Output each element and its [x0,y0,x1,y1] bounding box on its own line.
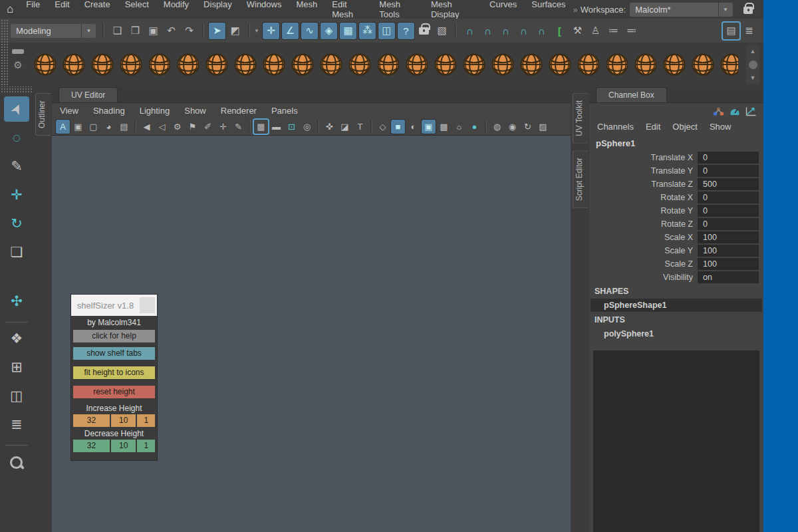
tab-script-editor[interactable]: Script Editor [573,150,588,208]
home-icon[interactable]: ⌂ [7,3,13,16]
attribute-label[interactable]: Rotate Y [589,206,693,215]
textured-cube-icon[interactable]: ▣ [422,120,436,134]
increase-1-button[interactable]: 1 [137,414,155,427]
menu-item[interactable]: Display [196,0,239,19]
polysphere-shelf-button[interactable] [176,53,200,76]
shelf-scrollbar[interactable]: ▲ ▼ [746,45,759,84]
attribute-value-field[interactable]: 0 [698,165,759,177]
character-controls-icon[interactable]: ♙ [587,23,604,39]
wire-cube-icon[interactable]: ◇ [376,120,390,134]
input-node-row[interactable]: polySphere1 [591,327,762,340]
polysphere-shelf-button[interactable] [119,53,143,76]
text-icon[interactable]: T [353,120,367,134]
attribute-label[interactable]: Scale Y [589,246,693,255]
attribute-value-field[interactable]: on [698,271,759,283]
construction-history-icon[interactable]: ⚒ [569,23,586,39]
decrease-10-button[interactable]: 10 [111,440,136,452]
graph-editor-icon[interactable] [745,106,757,116]
menu-item[interactable]: Mesh Display [424,0,482,19]
filmstrip-icon[interactable]: ▬ [269,120,283,134]
attribute-value-field[interactable]: 0 [698,218,759,230]
eraser-icon[interactable]: ✐ [201,120,215,134]
attribute-value-field[interactable]: 500 [698,178,759,190]
camera-icon[interactable]: ◀ [140,120,154,134]
attribute-value-field[interactable]: 100 [698,245,759,257]
menu-item[interactable]: Edit Mesh [325,0,372,19]
scroll-down-icon[interactable]: ▼ [750,74,756,81]
dot-in-rect-icon[interactable]: ⊡ [285,120,299,134]
increase-32-button[interactable]: 32 [73,414,110,427]
image-plane-icon[interactable]: ▨ [536,120,550,134]
tab-uv-toolkit[interactable]: UV Toolkit [573,93,588,144]
attribute-value-field[interactable]: 100 [698,231,759,243]
speed-gauge-icon[interactable] [730,106,740,116]
new-scene-icon[interactable]: ❏ [109,23,126,39]
soft-select-icon[interactable]: ⁂ [359,23,376,39]
scale-tool[interactable]: ❏ [4,239,29,265]
polysphere-shelf-button[interactable] [605,53,629,76]
channel-box-toggle-icon[interactable]: ▤ [723,23,739,39]
polysphere-shelf-button[interactable] [62,53,86,76]
lock-selection-icon[interactable] [416,23,432,39]
reset-height-button[interactable]: reset height [73,386,155,398]
layer-editor-icon[interactable]: ≣ [741,23,757,39]
channel-box-menu-item[interactable]: Show [710,122,732,132]
menu-item[interactable]: Surfaces [524,0,573,19]
channel-box-menu-item[interactable]: Object [672,122,698,132]
polysphere-shelf-button[interactable] [519,53,543,76]
uv-shell-icon[interactable]: ▢ [86,120,100,134]
dim-image-icon[interactable]: ◎ [300,120,314,134]
polysphere-shelf-button[interactable] [634,53,658,76]
attribute-label[interactable]: Visibility [589,273,693,282]
rotate-tool[interactable]: ↻ [4,211,29,236]
menu-item[interactable]: Create [77,0,118,19]
menu-item[interactable]: Mesh [289,0,325,19]
channel-box-menu-item[interactable]: Channels [597,122,634,132]
polysphere-shelf-button[interactable] [376,53,400,76]
lasso-tool[interactable]: ◌ [4,125,29,150]
shelfsizer-titlebar[interactable]: shelfSizer v1.8 [71,295,157,316]
pencil-icon[interactable]: ✎ [231,120,245,134]
shelf-grip[interactable] [0,43,8,86]
snap-to-projected-center-icon[interactable]: ∩ [515,23,532,39]
checker-icon[interactable]: ▩ [437,120,451,134]
list-outputs-icon[interactable]: ≕ [623,23,640,39]
polysphere-shelf-button[interactable] [720,53,738,76]
camera-settings-icon[interactable]: ⚙ [170,120,184,134]
light-icon[interactable]: ☼ [452,120,466,134]
polysphere-shelf-button[interactable] [691,53,715,76]
menu-item[interactable]: Modify [156,0,196,19]
open-scene-icon[interactable]: ❒ [127,23,144,39]
outliner-layout-icon[interactable]: ≣ [4,412,29,437]
chevron-down-icon[interactable]: ▼ [254,28,262,34]
move-uv-icon[interactable]: ✛ [216,120,230,134]
scroll-knob[interactable] [749,61,757,69]
snap-to-point-icon[interactable]: ∩ [497,23,514,39]
lock-workspace-icon[interactable] [743,7,753,14]
uv-images-icon[interactable]: ▤ [117,120,131,134]
show-shelf-tabs-button[interactable]: show shelf tabs [73,347,155,360]
polysphere-shelf-button[interactable] [262,53,286,76]
uv-border-icon[interactable]: ▣ [71,120,85,134]
toolbar-grip[interactable] [0,19,8,43]
channel-box-menu-item[interactable]: Edit [646,122,660,132]
workspace-dropdown[interactable]: Malcolm* ▼ [630,3,732,17]
menu-item[interactable]: Select [118,0,156,19]
refresh-ring-icon[interactable]: ↻ [521,120,535,134]
polysphere-shelf-button[interactable] [291,53,315,76]
polysphere-shelf-button[interactable] [319,53,343,76]
select-component-icon[interactable]: ◩ [227,23,243,39]
snap-to-view-plane-icon[interactable]: ∩ [533,23,550,39]
custom-pivot-icon[interactable]: ✣ [4,289,29,314]
two-pane-layout-icon[interactable]: ◫ [4,383,29,408]
menu-item[interactable]: Edit [47,0,76,19]
multi-cut-icon[interactable]: ✛ [263,23,279,39]
polysphere-shelf-button[interactable] [205,53,229,76]
help-icon[interactable]: ? [398,23,414,39]
attribute-value-field[interactable]: 100 [698,258,759,270]
attribute-label[interactable]: Translate Y [589,166,693,176]
uv-menu-item[interactable]: View [60,106,78,116]
uv-distortion-icon[interactable]: A [56,120,70,134]
node-editor-icon[interactable] [713,106,724,116]
menu-set-dropdown[interactable]: Modeling ▼ [11,24,96,38]
